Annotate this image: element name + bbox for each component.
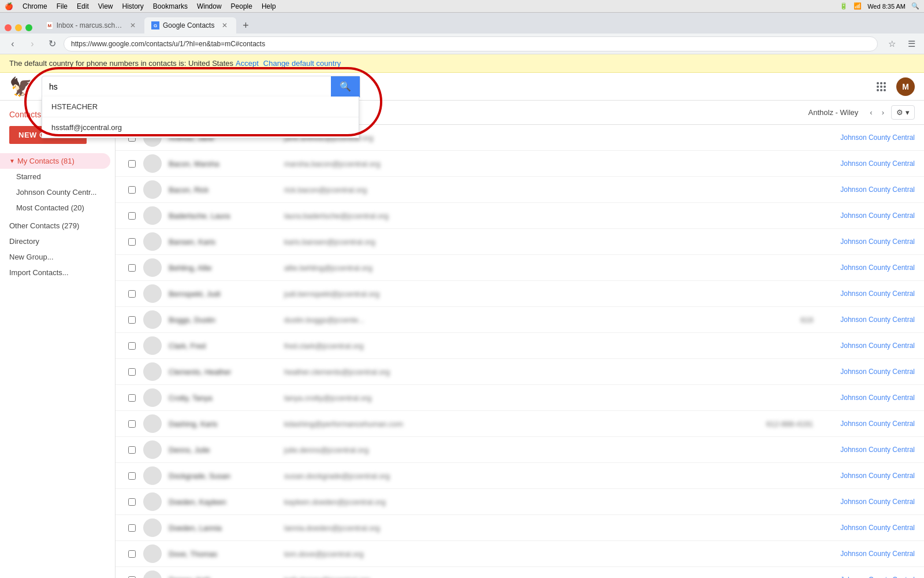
- contact-name: Boggs, Dustin: [169, 316, 284, 324]
- accept-link[interactable]: Accept: [236, 59, 259, 68]
- range-next-button[interactable]: ›: [880, 106, 886, 119]
- search-menu-icon[interactable]: 🔍: [911, 2, 919, 10]
- forward-button[interactable]: ›: [24, 36, 40, 52]
- contact-checkbox[interactable]: [125, 316, 139, 324]
- table-row[interactable]: Dove, Thomas tom.dove@jccentral.org John…: [116, 541, 924, 567]
- table-row[interactable]: Clark, Fred fred.clark@jccentral.org Joh…: [116, 333, 924, 359]
- chrome-menu[interactable]: Chrome: [23, 2, 47, 10]
- contact-checkbox[interactable]: [125, 576, 139, 579]
- contact-checkbox-input[interactable]: [128, 342, 136, 350]
- sidebar-item-starred[interactable]: Starred: [0, 169, 110, 184]
- contact-checkbox-input[interactable]: [128, 316, 136, 324]
- table-row[interactable]: Clements, Heather heather.clements@jccen…: [116, 359, 924, 385]
- contact-checkbox-input[interactable]: [128, 576, 136, 579]
- menu-icon[interactable]: ☰: [903, 36, 919, 52]
- table-row[interactable]: Badertsche, Laura laura.badertsche@jccen…: [116, 203, 924, 229]
- window-menu[interactable]: Window: [197, 2, 222, 10]
- bookmarks-menu[interactable]: Bookmarks: [153, 2, 188, 10]
- search-input[interactable]: [42, 76, 331, 97]
- tab-gmail[interactable]: M Inbox - marcus.scheer@jc... ✕: [39, 17, 143, 34]
- contact-checkbox-input[interactable]: [128, 368, 136, 376]
- tab-gmail-close[interactable]: ✕: [129, 21, 136, 30]
- contact-checkbox-input[interactable]: [128, 420, 136, 428]
- table-row[interactable]: Dockgrade, Susan susan.dockgrade@jccentr…: [116, 463, 924, 489]
- contact-checkbox[interactable]: [125, 524, 139, 532]
- suggestion-hsteacher[interactable]: HSTEACHER: [42, 97, 359, 117]
- history-menu[interactable]: History: [122, 2, 144, 10]
- notification-text: The default country for phone numbers in…: [9, 59, 233, 68]
- contact-email: tanya.crotty@jccentral.org: [284, 394, 822, 402]
- close-window-btn[interactable]: [5, 24, 12, 31]
- table-row[interactable]: Bansen, Karis karis.bansen@jccentral.org…: [116, 229, 924, 255]
- table-row[interactable]: Boggs, Dustin dustin.boggs@jccente... 61…: [116, 307, 924, 333]
- contact-checkbox[interactable]: [125, 238, 139, 246]
- people-menu[interactable]: People: [231, 2, 252, 10]
- sidebar-item-most-contacted[interactable]: Most Contacted (20): [0, 200, 110, 216]
- table-row[interactable]: Dorsey, Kelli kelli.dorsey@jccentral.org…: [116, 567, 924, 578]
- table-row[interactable]: Bacon, Marsha marsha.bacon@jccentral.org…: [116, 151, 924, 177]
- address-input[interactable]: [64, 36, 878, 51]
- tab-contacts[interactable]: G Google Contacts ✕: [144, 17, 236, 34]
- contact-checkbox[interactable]: [125, 472, 139, 480]
- contact-checkbox[interactable]: [125, 342, 139, 350]
- table-row[interactable]: Doeden, Lannia lannia.doeden@jccentral.o…: [116, 515, 924, 541]
- help-menu[interactable]: Help: [262, 2, 276, 10]
- new-tab-button[interactable]: +: [237, 17, 254, 34]
- contact-checkbox[interactable]: [125, 550, 139, 558]
- table-row[interactable]: Dashing, Karis kdashing@performancehuman…: [116, 411, 924, 437]
- table-row[interactable]: Bacon, Rick rick.bacon@jccentral.org Joh…: [116, 177, 924, 203]
- contact-checkbox[interactable]: [125, 290, 139, 298]
- refresh-button[interactable]: ↻: [44, 36, 60, 52]
- settings-button[interactable]: ⚙ ▾: [891, 105, 915, 120]
- sidebar-item-jc[interactable]: Johnson County Centr...: [0, 184, 110, 200]
- edit-menu[interactable]: Edit: [77, 2, 89, 10]
- contact-checkbox-input[interactable]: [128, 524, 136, 532]
- contact-checkbox[interactable]: [125, 160, 139, 168]
- contact-checkbox[interactable]: [125, 446, 139, 454]
- expand-icon: ▼: [9, 158, 15, 164]
- contact-checkbox-input[interactable]: [128, 498, 136, 506]
- contact-checkbox[interactable]: [125, 498, 139, 506]
- sidebar-item-new-group[interactable]: New Group...: [0, 249, 110, 265]
- contact-checkbox-input[interactable]: [128, 550, 136, 558]
- table-row[interactable]: Denns, Julie julie.denns@jccentral.org J…: [116, 437, 924, 463]
- sidebar-item-my-contacts[interactable]: ▼ My Contacts (81): [0, 153, 110, 169]
- contact-checkbox-input[interactable]: [128, 394, 136, 402]
- contact-checkbox-input[interactable]: [128, 238, 136, 246]
- suggestion-hsstaff[interactable]: hsstaff@jccentral.org: [42, 117, 359, 138]
- contact-checkbox-input[interactable]: [128, 446, 136, 454]
- bookmark-icon[interactable]: ☆: [884, 36, 900, 52]
- maximize-window-btn[interactable]: [25, 24, 32, 31]
- sidebar-item-import-contacts[interactable]: Import Contacts...: [0, 265, 110, 280]
- contact-checkbox-input[interactable]: [128, 472, 136, 480]
- contact-checkbox[interactable]: [125, 368, 139, 376]
- change-default-link[interactable]: Change default country: [263, 59, 341, 68]
- table-row[interactable]: Behling, Allie allie.behling@jccentral.o…: [116, 255, 924, 281]
- view-menu[interactable]: View: [98, 2, 113, 10]
- user-avatar[interactable]: M: [896, 77, 915, 96]
- contact-checkbox-input[interactable]: [128, 160, 136, 168]
- range-prev-button[interactable]: ‹: [867, 106, 874, 119]
- contact-checkbox-input[interactable]: [128, 264, 136, 272]
- contact-checkbox[interactable]: [125, 420, 139, 428]
- table-row[interactable]: Doeden, Kayleen kayleen.doeden@jccentral…: [116, 489, 924, 515]
- back-button[interactable]: ‹: [5, 36, 21, 52]
- file-menu[interactable]: File: [57, 2, 68, 10]
- google-apps-button[interactable]: [871, 76, 892, 97]
- table-row[interactable]: Crotty, Tanya tanya.crotty@jccentral.org…: [116, 385, 924, 411]
- sidebar-item-other-contacts[interactable]: Other Contacts (279): [0, 218, 110, 234]
- table-row[interactable]: Bernspekt, Judi judi.bernspekt@jccentral…: [116, 281, 924, 307]
- sidebar-item-directory[interactable]: Directory: [0, 234, 110, 249]
- contact-email: heather.clements@jccentral.org: [284, 368, 822, 376]
- contact-checkbox[interactable]: [125, 186, 139, 194]
- contact-checkbox-input[interactable]: [128, 186, 136, 194]
- contact-checkbox[interactable]: [125, 212, 139, 220]
- contact-checkbox-input[interactable]: [128, 212, 136, 220]
- minimize-window-btn[interactable]: [15, 24, 22, 31]
- apple-menu[interactable]: 🍎: [5, 2, 13, 10]
- contact-checkbox[interactable]: [125, 394, 139, 402]
- contact-checkbox[interactable]: [125, 264, 139, 272]
- contact-checkbox-input[interactable]: [128, 290, 136, 298]
- tab-contacts-close[interactable]: ✕: [220, 21, 229, 30]
- search-button[interactable]: 🔍: [331, 76, 360, 97]
